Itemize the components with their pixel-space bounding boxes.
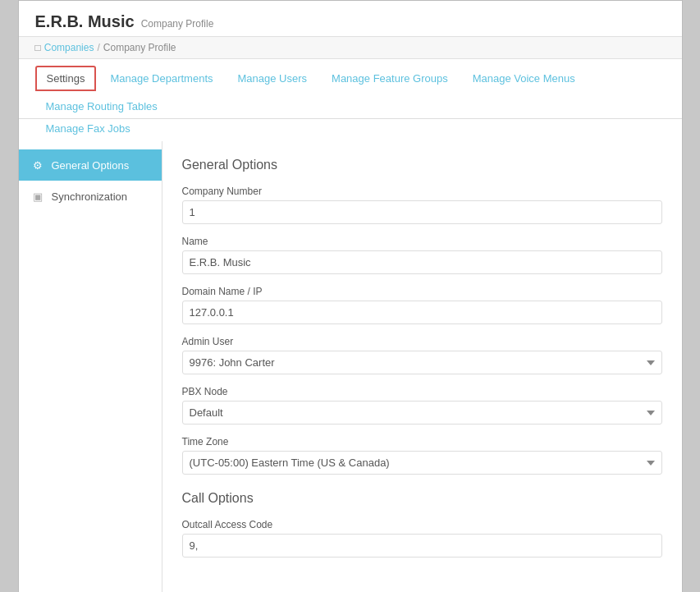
name-group: Name: [182, 236, 662, 274]
breadcrumb-icon: □: [35, 42, 41, 53]
page-wrapper: E.R.B. Music Company Profile □ Companies…: [18, 0, 683, 592]
tab-manage-routing-tables[interactable]: Manage Routing Tables: [35, 94, 168, 118]
tab-manage-feature-groups[interactable]: Manage Feature Groups: [321, 67, 459, 90]
sidebar-item-synchronization[interactable]: ▣ Synchronization: [19, 181, 162, 212]
call-options-title: Call Options: [182, 491, 662, 506]
breadcrumb-current: Company Profile: [103, 42, 176, 53]
main-content: ➤ ⚙ General Options ▣ Synchronization Ge…: [19, 141, 682, 592]
pbx-node-label: PBX Node: [182, 386, 662, 397]
company-subtitle: Company Profile: [141, 18, 214, 30]
tab-manage-users[interactable]: Manage Users: [227, 67, 318, 90]
company-name: E.R.B. Music: [35, 12, 135, 31]
outcall-input[interactable]: [182, 534, 662, 558]
timezone-select[interactable]: (UTC-05:00) Eastern Time (US & Canada): [182, 451, 662, 475]
tab-manage-departments[interactable]: Manage Departments: [99, 67, 223, 90]
domain-input[interactable]: [182, 301, 662, 324]
tab-manage-fax-jobs[interactable]: Manage Fax Jobs: [35, 117, 141, 140]
sync-icon: ▣: [30, 189, 45, 204]
nav-tabs-row2: Manage Fax Jobs: [19, 119, 682, 141]
timezone-label: Time Zone: [182, 436, 662, 447]
outcall-group: Outcall Access Code: [182, 519, 662, 558]
general-options-title: General Options: [182, 158, 662, 172]
outcall-label: Outcall Access Code: [182, 519, 662, 530]
tab-manage-voice-menus[interactable]: Manage Voice Menus: [462, 67, 586, 90]
admin-user-group: Admin User 9976: John Carter: [182, 336, 662, 374]
sidebar-label-synchronization: Synchronization: [52, 190, 128, 203]
header: E.R.B. Music Company Profile: [19, 1, 682, 37]
breadcrumb-companies[interactable]: Companies: [44, 42, 94, 53]
company-number-label: Company Number: [182, 186, 662, 197]
name-label: Name: [182, 236, 662, 247]
breadcrumb-separator: /: [97, 42, 99, 53]
company-number-group: Company Number: [182, 186, 662, 224]
domain-label: Domain Name / IP: [182, 286, 662, 297]
company-number-input[interactable]: [182, 200, 662, 224]
header-title: E.R.B. Music Company Profile: [35, 12, 666, 31]
pbx-node-select[interactable]: Default: [182, 401, 662, 424]
pbx-node-group: PBX Node Default: [182, 386, 662, 424]
timezone-group: Time Zone (UTC-05:00) Eastern Time (US &…: [182, 436, 662, 475]
name-input[interactable]: [182, 250, 662, 274]
tab-settings[interactable]: Settings: [35, 66, 97, 91]
admin-user-select[interactable]: 9976: John Carter: [182, 351, 662, 374]
breadcrumb: □ Companies / Company Profile: [19, 37, 682, 59]
cog-icon: ⚙: [30, 158, 45, 172]
content-panel: General Options Company Number Name Doma…: [162, 141, 682, 592]
sidebar: ➤ ⚙ General Options ▣ Synchronization: [19, 141, 162, 592]
sidebar-item-general-options[interactable]: ⚙ General Options: [19, 149, 162, 181]
admin-user-label: Admin User: [182, 336, 662, 347]
domain-group: Domain Name / IP: [182, 286, 662, 324]
nav-tabs: Settings Manage Departments Manage Users…: [19, 59, 682, 119]
sidebar-label-general-options: General Options: [52, 159, 130, 172]
